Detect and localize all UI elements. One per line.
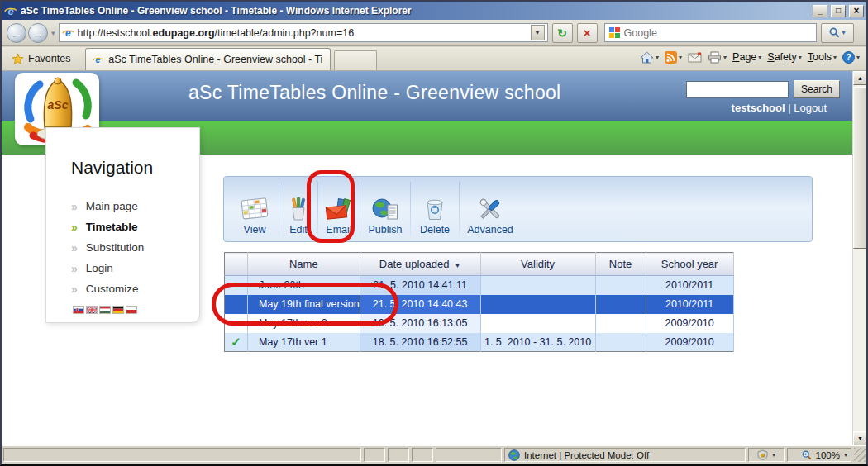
google-logo-icon: [609, 27, 620, 38]
status-cell: [364, 448, 385, 462]
table-row[interactable]: June 20th 21. 5. 2010 14:41:11 2010/2011: [225, 276, 734, 295]
chevron-icon: »: [71, 283, 78, 296]
timetable-table: Name Date uploaded▼ Validity Note School…: [224, 252, 734, 352]
zoom-dropdown-icon[interactable]: ▾: [844, 451, 847, 459]
home-button[interactable]: ▾: [640, 51, 659, 64]
favorites-label: Favorites: [28, 53, 70, 64]
vertical-scrollbar[interactable]: ▲ ▼: [852, 71, 866, 445]
flag-hungarian-icon[interactable]: [99, 306, 111, 314]
history-dropdown-icon[interactable]: ▾: [51, 29, 55, 37]
scroll-down-button[interactable]: ▼: [853, 431, 866, 445]
nav-item-main-page[interactable]: »Main page: [71, 196, 199, 216]
shield-dropdown-icon[interactable]: ▾: [772, 451, 775, 459]
status-cell: [412, 448, 433, 462]
nav-item-login[interactable]: »Login: [71, 258, 199, 278]
flag-german-icon[interactable]: [112, 306, 124, 314]
back-button[interactable]: ←: [7, 23, 26, 43]
header-name[interactable]: Name: [248, 253, 360, 276]
new-tab-button[interactable]: [334, 50, 377, 70]
scroll-up-button[interactable]: ▲: [853, 71, 866, 85]
address-bar: ← → ▾ e http://testschool.edupage.org/ti…: [2, 20, 866, 46]
nav-item-timetable[interactable]: »Timetable: [71, 216, 199, 237]
nav-item-customize[interactable]: »Customize: [71, 278, 199, 299]
security-zone-cell: Internet | Protected Mode: Off: [504, 448, 746, 462]
status-cell: [388, 448, 409, 462]
status-message-cell: [3, 448, 361, 462]
home-dropdown-icon[interactable]: ▾: [656, 54, 659, 61]
table-row[interactable]: May 17th ver 2 19. 5. 2010 16:13:05 2009…: [225, 314, 734, 333]
mail-icon: [688, 52, 702, 63]
feeds-dropdown-icon[interactable]: ▾: [679, 54, 682, 61]
site-title: aSc TimeTables Online - Greenview school: [188, 82, 560, 104]
timetable-toolbar: View Edit: [223, 176, 813, 242]
zoom-cell[interactable]: 100% ▾: [787, 448, 851, 462]
web-search-box[interactable]: [604, 23, 817, 42]
close-button[interactable]: ×: [849, 5, 864, 17]
chevron-icon: »: [71, 262, 78, 275]
advanced-button[interactable]: Advanced: [460, 178, 521, 240]
site-search-input[interactable]: [686, 81, 789, 98]
minimize-button[interactable]: _: [813, 5, 827, 17]
header-date-uploaded[interactable]: Date uploaded▼: [360, 253, 480, 276]
search-options-dropdown-icon[interactable]: ▾: [842, 29, 846, 36]
email-icon: [325, 196, 353, 222]
print-button[interactable]: ▾: [708, 51, 727, 64]
help-button[interactable]: ? ▾: [842, 51, 860, 64]
language-flags: [73, 306, 137, 314]
forward-button[interactable]: →: [28, 23, 48, 43]
print-dropdown-icon[interactable]: ▾: [723, 54, 727, 61]
tools-menu[interactable]: Tools ▾: [808, 51, 837, 63]
view-button[interactable]: View: [231, 178, 279, 240]
web-search-input[interactable]: [624, 27, 812, 39]
browser-window: e aSc TimeTables Online - Greenview scho…: [0, 0, 868, 466]
header-school-year[interactable]: School year: [646, 253, 733, 276]
svg-text:e: e: [65, 27, 71, 39]
shield-icon: [757, 449, 768, 460]
tab-bar: Favorites e aSc TimeTables Online - Gree…: [2, 47, 866, 71]
email-button[interactable]: Email: [318, 178, 360, 240]
safety-menu[interactable]: Safety ▾: [767, 51, 801, 63]
ie-icon: e: [4, 4, 17, 17]
header-note[interactable]: Note: [595, 253, 646, 276]
edit-button[interactable]: Edit: [279, 178, 317, 240]
maximize-button[interactable]: □: [831, 5, 846, 17]
flag-polish-icon[interactable]: [126, 306, 137, 314]
address-field[interactable]: e http://testschool.edupage.org/timetabl…: [59, 23, 548, 42]
favorites-button[interactable]: Favorites: [2, 49, 79, 69]
rss-icon: [665, 51, 677, 64]
trash-icon: [421, 196, 449, 222]
web-search-button[interactable]: ▾: [821, 23, 854, 43]
delete-button[interactable]: Delete: [411, 178, 459, 240]
feeds-button[interactable]: ▾: [665, 51, 682, 64]
tools-icon: [476, 196, 504, 222]
refresh-button[interactable]: ↻: [552, 23, 573, 43]
flag-english-icon[interactable]: [86, 306, 98, 314]
header-validity[interactable]: Validity: [480, 253, 595, 276]
header-check-column: [225, 253, 248, 276]
star-icon: [12, 53, 24, 64]
site-search-button[interactable]: Search: [794, 80, 840, 98]
scroll-thumb[interactable]: [853, 87, 866, 249]
stop-button[interactable]: ×: [577, 23, 598, 43]
tab-ie-icon: e: [93, 54, 103, 66]
svg-text:?: ?: [846, 53, 851, 62]
nav-item-substitution[interactable]: »Substitution: [71, 237, 199, 258]
active-tab[interactable]: e aSc TimeTables Online - Greenview scho…: [85, 48, 331, 70]
tab-title: aSc TimeTables Online - Greenview school…: [108, 54, 323, 65]
publish-button[interactable]: Publish: [360, 178, 410, 240]
table-row-selected[interactable]: May 19th final version 21. 5. 2010 14:40…: [225, 295, 734, 314]
address-dropdown-button[interactable]: ▼: [531, 25, 545, 40]
security-report-cell[interactable]: ▾: [748, 448, 785, 462]
resize-grip[interactable]: [854, 448, 866, 462]
magnifier-icon: [829, 27, 840, 38]
safety-dropdown-icon: ▾: [799, 54, 802, 61]
window-title: aSc TimeTables Online - Greenview school…: [21, 5, 809, 17]
flag-slovak-icon[interactable]: [73, 306, 84, 314]
command-bar: ▾ ▾: [640, 47, 866, 70]
page-menu[interactable]: Page ▾: [732, 51, 761, 63]
logout-link[interactable]: Logout: [794, 102, 827, 114]
table-row[interactable]: ✓ May 17th ver 1 18. 5. 2010 16:52:55 1.…: [225, 333, 734, 352]
help-dropdown-icon[interactable]: ▾: [856, 54, 860, 61]
username[interactable]: testschool: [732, 102, 785, 114]
read-mail-button[interactable]: [688, 52, 702, 63]
